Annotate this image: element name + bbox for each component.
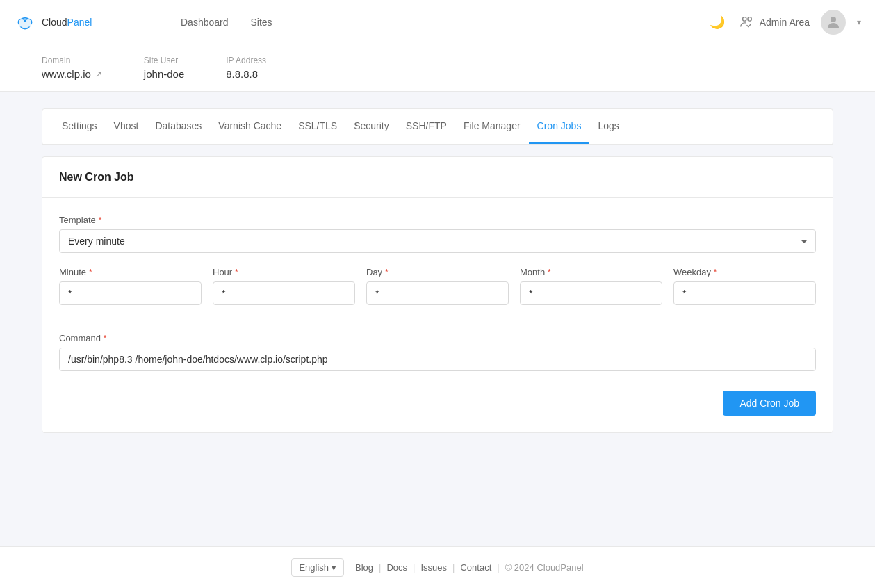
weekday-group: Weekday *: [673, 267, 816, 305]
main-content: Settings Vhost Databases Varnish Cache S…: [0, 92, 875, 546]
user-avatar-icon: [825, 14, 842, 31]
footer-copyright: © 2024 CloudPanel: [505, 562, 584, 573]
logo-text: CloudPanel: [42, 17, 92, 28]
day-group: Day *: [366, 267, 509, 305]
header-right: 🌙 Admin Area ▾: [707, 10, 861, 35]
language-chevron-icon: ▾: [332, 562, 336, 573]
template-group: Template * Every minute Every 5 minutes …: [59, 215, 816, 253]
language-selector[interactable]: English ▾: [291, 558, 344, 577]
day-label: Day *: [366, 267, 509, 277]
cron-fields-row: Minute * Hour * Day *: [59, 267, 816, 319]
svg-point-6: [831, 17, 836, 22]
tab-databases[interactable]: Databases: [147, 109, 210, 144]
footer-docs-link[interactable]: Docs: [386, 562, 407, 573]
form-body: Template * Every minute Every 5 minutes …: [42, 198, 833, 432]
command-input[interactable]: [59, 348, 816, 371]
tab-ssl-tls[interactable]: SSL/TLS: [290, 109, 345, 144]
ip-info: IP Address 8.8.8.8: [226, 56, 266, 80]
tab-varnish-cache[interactable]: Varnish Cache: [210, 109, 290, 144]
template-label: Template *: [59, 215, 816, 225]
site-user-label: Site User: [144, 56, 184, 65]
domain-value: www.clp.io: [42, 68, 91, 80]
svg-point-5: [747, 17, 751, 21]
add-cron-job-button[interactable]: Add Cron Job: [723, 391, 816, 416]
command-group: Command *: [59, 333, 816, 371]
admin-icon: [739, 15, 754, 30]
domain-info: Domain www.clp.io ↗: [42, 56, 102, 80]
day-input[interactable]: [366, 281, 509, 305]
dark-mode-button[interactable]: 🌙: [707, 12, 728, 33]
template-select-wrapper: Every minute Every 5 minutes Every 10 mi…: [59, 229, 816, 253]
template-select[interactable]: Every minute Every 5 minutes Every 10 mi…: [59, 229, 816, 253]
site-user-value: john-doe: [144, 68, 184, 80]
month-group: Month *: [520, 267, 662, 305]
tab-vhost[interactable]: Vhost: [106, 109, 147, 144]
month-label: Month *: [520, 267, 662, 277]
nav-sites[interactable]: Sites: [251, 17, 272, 28]
svg-point-4: [742, 17, 746, 21]
site-user-info: Site User john-doe: [144, 56, 184, 80]
footer-blog-link[interactable]: Blog: [355, 562, 373, 573]
command-label: Command *: [59, 333, 816, 343]
month-input[interactable]: [520, 281, 662, 305]
minute-input[interactable]: [59, 281, 202, 305]
tab-settings[interactable]: Settings: [54, 109, 106, 144]
main-nav: Dashboard Sites: [153, 17, 707, 28]
ip-label: IP Address: [226, 56, 266, 65]
tab-ssh-ftp[interactable]: SSH/FTP: [398, 109, 455, 144]
tab-file-manager[interactable]: File Manager: [455, 109, 529, 144]
user-avatar[interactable]: [821, 10, 846, 35]
tab-cron-jobs[interactable]: Cron Jobs: [529, 109, 590, 144]
user-menu-chevron[interactable]: ▾: [857, 17, 861, 27]
form-title: New Cron Job: [59, 171, 816, 183]
hour-group: Hour *: [213, 267, 355, 305]
footer-contact-link[interactable]: Contact: [460, 562, 491, 573]
form-footer: Add Cron Job: [59, 385, 816, 416]
hour-input[interactable]: [213, 281, 355, 305]
tabs-list: Settings Vhost Databases Varnish Cache S…: [42, 109, 833, 145]
footer-issues-link[interactable]: Issues: [420, 562, 447, 573]
logo: CloudPanel: [14, 11, 153, 33]
svg-rect-3: [19, 22, 31, 26]
form-card: New Cron Job Template * Every minute Eve…: [42, 156, 833, 433]
footer: English ▾ Blog | Docs | Issues | Contact…: [0, 546, 875, 588]
header: CloudPanel Dashboard Sites 🌙 Admin Area …: [0, 0, 875, 44]
domain-label: Domain: [42, 56, 102, 65]
minute-group: Minute *: [59, 267, 202, 305]
footer-links: Blog | Docs | Issues | Contact | © 2024 …: [355, 562, 584, 573]
language-value: English: [299, 562, 329, 573]
external-link-icon[interactable]: ↗: [95, 70, 102, 79]
nav-dashboard[interactable]: Dashboard: [181, 17, 229, 28]
minute-label: Minute *: [59, 267, 202, 277]
site-info-bar: Domain www.clp.io ↗ Site User john-doe I…: [0, 44, 875, 92]
weekday-label: Weekday *: [673, 267, 816, 277]
tabs-card: Settings Vhost Databases Varnish Cache S…: [42, 108, 833, 145]
logo-icon: [14, 11, 36, 33]
admin-area-label: Admin Area: [760, 17, 810, 28]
form-card-header: New Cron Job: [42, 157, 833, 198]
tab-security[interactable]: Security: [345, 109, 398, 144]
weekday-input[interactable]: [673, 281, 816, 305]
tab-logs[interactable]: Logs: [589, 109, 627, 144]
ip-value: 8.8.8.8: [226, 68, 258, 80]
hour-label: Hour *: [213, 267, 355, 277]
admin-area-link[interactable]: Admin Area: [739, 15, 810, 30]
